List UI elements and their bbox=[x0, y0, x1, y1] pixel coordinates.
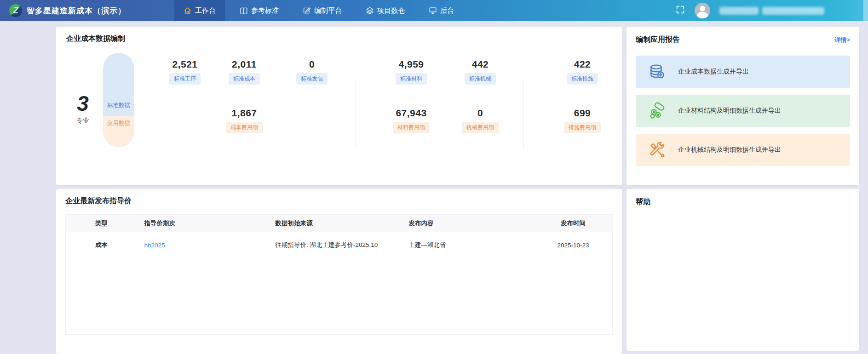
logo-icon: Z bbox=[9, 4, 22, 17]
report-row-machine-export[interactable]: 企业机械结构及明细数据生成并导出 bbox=[636, 134, 850, 166]
app-logo: Z 智多星建造新成本（演示） bbox=[0, 4, 126, 17]
user-name-redacted[interactable] bbox=[719, 7, 824, 15]
stat-standard-machine: 442 标准机械 bbox=[443, 59, 517, 85]
book-icon bbox=[240, 6, 248, 15]
col-header-date: 发布时间 bbox=[534, 219, 612, 228]
cell-period-link[interactable]: hb2025 bbox=[137, 242, 268, 249]
table-row[interactable]: 成本 hb2025 往期指导价: 湖北土建参考价-2025.10 土建—湖北省 … bbox=[66, 232, 612, 258]
nav-item-backend[interactable]: 后台 bbox=[420, 0, 463, 21]
report-detail-link[interactable]: 详情> bbox=[834, 36, 850, 44]
stat-tag: 标准材料 bbox=[396, 73, 427, 85]
home-icon bbox=[184, 6, 192, 15]
stat-machine-items: 0 机械费用项 bbox=[443, 108, 517, 133]
stat-tag: 材料费用项 bbox=[393, 122, 430, 133]
app-title: 智多星建造新成本（演示） bbox=[27, 6, 126, 16]
guide-price-title: 企业最新发布指导价 bbox=[65, 196, 613, 206]
report-card-title: 编制应用报告 bbox=[636, 35, 680, 45]
report-row-label: 企业成本数据生成并导出 bbox=[678, 68, 749, 76]
stat-tag: 措施费用项 bbox=[564, 122, 601, 133]
report-card: 编制应用报告 详情> 企业成本数据生成并导出 bbox=[627, 27, 859, 185]
top-navbar: Z 智多星建造新成本（演示） 工作台 参考标准 bbox=[0, 0, 868, 21]
col-header-content: 发布内容 bbox=[401, 219, 534, 228]
cost-card-title: 企业成本数据编制 bbox=[66, 34, 125, 44]
tools-icon bbox=[648, 141, 666, 159]
nav-item-reference-standards[interactable]: 参考标准 bbox=[230, 0, 288, 21]
stat-standard-measure: 422 标准措施 bbox=[546, 59, 619, 85]
data-type-pill: 标准数据 应用数据 bbox=[103, 53, 134, 147]
guide-price-card: 企业最新发布指导价 类型 指导价期次 数据初始来源 发布内容 发布时间 成本 h… bbox=[56, 189, 622, 354]
profession-label: 专业 bbox=[69, 117, 97, 125]
stat-standard-contract: 0 标准发包 bbox=[275, 59, 349, 85]
report-row-material-export[interactable]: 企业材料结构及明细数据生成并导出 bbox=[636, 95, 850, 127]
cell-type: 成本 bbox=[66, 241, 137, 249]
cell-date: 2025-10-23 bbox=[534, 242, 612, 249]
cell-content: 土建—湖北省 bbox=[401, 241, 534, 249]
enterprise-cost-data-card: 企业成本数据编制 3 专业 标准数据 应用数据 2,521 标准工序 2,011… bbox=[56, 27, 622, 185]
stat-material-items: 67,943 材料费用项 bbox=[374, 108, 448, 133]
scrollbar-track[interactable] bbox=[863, 0, 868, 21]
stat-tag: 标准工序 bbox=[169, 73, 201, 85]
stats-divider bbox=[356, 80, 356, 149]
edit-icon bbox=[303, 6, 311, 15]
nav-item-label: 项目数仓 bbox=[377, 6, 405, 15]
main-content: 企业成本数据编制 3 专业 标准数据 应用数据 2,521 标准工序 2,011… bbox=[0, 21, 868, 354]
col-header-type: 类型 bbox=[66, 219, 137, 228]
applied-data-label: 应用数据 bbox=[103, 116, 134, 147]
report-row-label: 企业机械结构及明细数据生成并导出 bbox=[678, 146, 781, 154]
stat-tag: 标准机械 bbox=[465, 73, 496, 85]
guide-price-table: 类型 指导价期次 数据初始来源 发布内容 发布时间 成本 hb2025 往期指导… bbox=[65, 214, 613, 335]
report-row-label: 企业材料结构及明细数据生成并导出 bbox=[678, 107, 781, 115]
profession-count: 3 bbox=[69, 91, 97, 116]
stats-divider bbox=[523, 80, 523, 149]
col-header-period: 指导价期次 bbox=[137, 219, 268, 228]
fullscreen-icon[interactable] bbox=[675, 5, 685, 17]
stat-tag: 机械费用项 bbox=[462, 122, 499, 133]
layers-icon bbox=[366, 6, 374, 15]
stat-tag: 成本费用项 bbox=[226, 122, 263, 133]
stat-standard-material: 4,959 标准材料 bbox=[374, 59, 448, 85]
stat-tag: 标准成本 bbox=[229, 73, 260, 85]
cell-source: 往期指导价: 湖北土建参考价-2025.10 bbox=[268, 241, 402, 249]
nav-item-project-warehouse[interactable]: 项目数仓 bbox=[356, 0, 414, 21]
stat-cost-items: 1,867 成本费用项 bbox=[207, 108, 281, 133]
database-icon bbox=[648, 63, 666, 81]
stat-standard-cost: 2,011 标准成本 bbox=[207, 59, 281, 85]
user-avatar[interactable] bbox=[695, 3, 710, 18]
standard-data-label: 标准数据 bbox=[103, 53, 134, 116]
help-card-title: 帮助 bbox=[636, 197, 850, 207]
nav-item-label: 工作台 bbox=[195, 6, 216, 15]
help-card: 帮助 bbox=[627, 189, 859, 351]
report-row-cost-export[interactable]: 企业成本数据生成并导出 bbox=[636, 56, 850, 88]
nav-item-label: 参考标准 bbox=[251, 6, 279, 15]
navbar-right-controls bbox=[675, 3, 824, 18]
stat-tag: 标准发包 bbox=[296, 73, 328, 85]
monitor-icon bbox=[429, 6, 437, 15]
stat-tag: 标准措施 bbox=[567, 73, 598, 85]
table-header-row: 类型 指导价期次 数据初始来源 发布内容 发布时间 bbox=[66, 215, 612, 232]
nav-item-workbench[interactable]: 工作台 bbox=[174, 0, 225, 21]
nav-item-label: 编制平台 bbox=[314, 6, 342, 15]
main-navigation: 工作台 参考标准 编制平台 bbox=[174, 0, 469, 21]
nav-item-compilation-platform[interactable]: 编制平台 bbox=[293, 0, 351, 21]
materials-icon bbox=[648, 102, 666, 120]
stat-measure-items: 699 措施费用项 bbox=[546, 108, 619, 133]
col-header-source: 数据初始来源 bbox=[268, 219, 402, 228]
nav-item-label: 后台 bbox=[440, 6, 454, 15]
